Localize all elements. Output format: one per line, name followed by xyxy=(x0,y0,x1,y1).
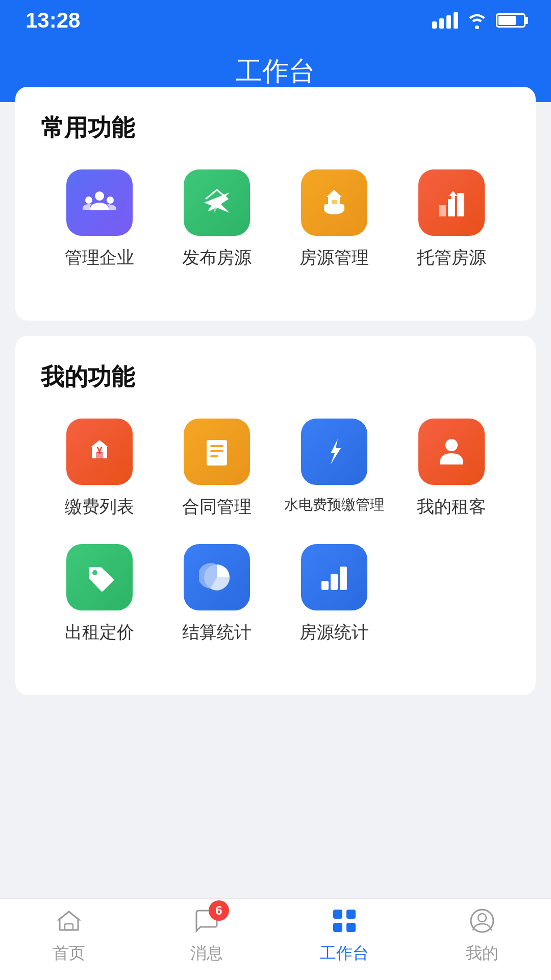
publish-house-label: 发布房源 xyxy=(182,246,252,270)
house-stats-icon-box xyxy=(301,544,367,610)
status-bar: 13:28 xyxy=(0,0,551,41)
settlement-stats-item[interactable]: 结算统计 xyxy=(158,544,276,644)
utility-prepay-label: 水电费预缴管理 xyxy=(284,495,384,514)
svg-rect-10 xyxy=(207,440,227,465)
svg-point-16 xyxy=(92,570,97,575)
page-title: 工作台 xyxy=(236,54,315,89)
my-tenant-icon-box xyxy=(418,419,485,485)
house-stats-item[interactable]: 房源统计 xyxy=(276,544,393,670)
settlement-stats-label: 结算统计 xyxy=(182,621,252,644)
rental-pricing-item[interactable]: 出租定价 xyxy=(41,544,158,644)
my-functions-title: 我的功能 xyxy=(41,361,510,393)
wifi-icon xyxy=(466,12,488,29)
svg-text:¥: ¥ xyxy=(96,445,103,456)
house-management-icon xyxy=(316,185,352,220)
svg-rect-19 xyxy=(331,574,338,590)
publish-house-icon xyxy=(199,185,235,220)
svg-rect-12 xyxy=(210,450,223,452)
rental-pricing-icon-box xyxy=(66,544,133,610)
manage-enterprise-icon-box xyxy=(66,169,133,236)
my-functions-grid: ¥ 缴费列表 合同管理 xyxy=(41,419,510,670)
utility-prepay-item[interactable]: 水电费预缴管理 xyxy=(276,419,393,519)
utility-prepay-icon-box xyxy=(301,419,367,485)
workbench-icon xyxy=(328,904,361,937)
bottom-nav: 首页 6 消息 工作台 xyxy=(0,898,551,980)
nav-messages-label: 消息 xyxy=(190,942,223,965)
svg-point-26 xyxy=(471,910,493,932)
hosted-house-label: 托管房源 xyxy=(417,246,486,270)
main-content: 常用功能 管理企业 xyxy=(0,87,551,898)
svg-point-0 xyxy=(95,191,104,201)
manage-enterprise-item[interactable]: 管理企业 xyxy=(41,169,158,270)
svg-rect-7 xyxy=(457,193,464,216)
house-stats-icon xyxy=(316,559,352,595)
battery-icon xyxy=(496,13,525,28)
svg-rect-25 xyxy=(346,923,356,932)
messages-icon: 6 xyxy=(190,904,223,937)
common-functions-grid: 管理企业 发布房源 xyxy=(41,169,510,295)
house-management-label: 房源管理 xyxy=(299,246,369,270)
house-stats-label: 房源统计 xyxy=(299,621,369,644)
utility-prepay-icon xyxy=(316,434,352,470)
manage-enterprise-label: 管理企业 xyxy=(65,246,134,270)
payment-list-icon: ¥ xyxy=(82,434,117,470)
my-tenant-icon xyxy=(434,434,469,470)
svg-rect-13 xyxy=(210,455,218,457)
svg-rect-6 xyxy=(448,199,455,216)
my-tenant-label: 我的租客 xyxy=(417,495,486,519)
svg-point-27 xyxy=(478,914,486,922)
svg-rect-11 xyxy=(210,445,223,447)
svg-rect-23 xyxy=(346,910,356,919)
hosted-house-item[interactable]: 托管房源 xyxy=(393,169,510,295)
svg-marker-14 xyxy=(331,439,341,464)
messages-badge: 6 xyxy=(209,900,229,921)
payment-list-label: 缴费列表 xyxy=(65,495,134,519)
payment-list-icon-box: ¥ xyxy=(66,419,133,485)
contract-management-label: 合同管理 xyxy=(182,495,252,519)
my-tenant-item[interactable]: 我的租客 xyxy=(393,419,510,519)
contract-management-icon-box xyxy=(184,419,250,485)
svg-rect-21 xyxy=(65,924,73,930)
nav-mine[interactable]: 我的 xyxy=(436,904,528,965)
rental-pricing-label: 出租定价 xyxy=(65,621,134,644)
rental-pricing-icon xyxy=(82,559,117,595)
svg-point-2 xyxy=(107,197,114,204)
nav-home-label: 首页 xyxy=(53,942,85,965)
house-management-item[interactable]: 房源管理 xyxy=(276,169,393,270)
svg-rect-22 xyxy=(333,910,342,919)
nav-workbench[interactable]: 工作台 xyxy=(298,904,390,965)
house-management-icon-box xyxy=(301,169,367,236)
manage-enterprise-icon xyxy=(82,185,117,220)
payment-list-item[interactable]: ¥ 缴费列表 xyxy=(41,419,158,519)
status-icons xyxy=(432,12,525,29)
signal-icon xyxy=(432,12,458,29)
nav-messages[interactable]: 6 消息 xyxy=(161,904,253,965)
hosted-house-icon-box xyxy=(418,169,485,236)
contract-management-item[interactable]: 合同管理 xyxy=(158,419,276,519)
common-functions-title: 常用功能 xyxy=(41,112,510,144)
nav-home[interactable]: 首页 xyxy=(23,904,115,965)
mine-icon xyxy=(466,904,498,937)
settlement-stats-icon-box xyxy=(184,544,250,610)
status-time: 13:28 xyxy=(26,8,80,33)
contract-management-icon xyxy=(199,434,235,470)
svg-rect-18 xyxy=(321,581,329,590)
nav-workbench-label: 工作台 xyxy=(320,942,369,965)
svg-point-15 xyxy=(445,439,458,451)
common-functions-card: 常用功能 管理企业 xyxy=(15,87,536,321)
svg-rect-8 xyxy=(439,205,446,216)
home-icon xyxy=(53,904,85,937)
svg-rect-20 xyxy=(340,567,347,590)
settlement-stats-icon xyxy=(199,559,235,595)
my-functions-card: 我的功能 ¥ 缴费列表 xyxy=(15,336,536,695)
svg-rect-24 xyxy=(333,923,342,932)
publish-house-icon-box xyxy=(184,169,250,236)
hosted-house-icon xyxy=(434,185,469,220)
nav-mine-label: 我的 xyxy=(466,942,498,965)
svg-point-1 xyxy=(85,197,92,204)
publish-house-item[interactable]: 发布房源 xyxy=(158,169,276,270)
